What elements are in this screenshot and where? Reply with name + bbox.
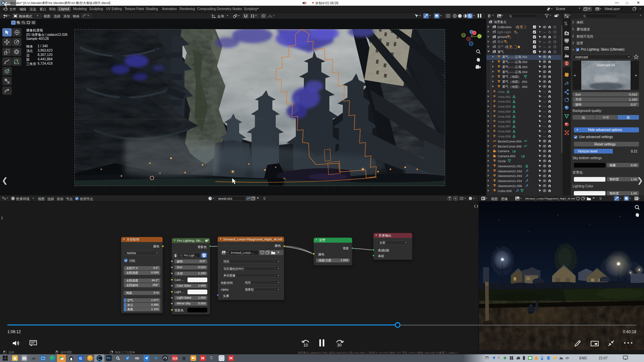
svg-text:BezierCurve.004: BezierCurve.004 xyxy=(498,139,522,143)
svg-text:Circle: Circle xyxy=(498,159,506,163)
svg-text:classroom21.032: classroom21.032 xyxy=(498,169,522,173)
svg-text:Area.006: Area.006 xyxy=(498,120,511,123)
svg-text:8: 8 xyxy=(506,42,508,44)
svg-text:ground: ground xyxy=(497,35,507,39)
svg-text:classroom21.034: classroom21.034 xyxy=(498,179,522,183)
svg-text:9,172: 9,172 xyxy=(518,27,523,29)
svg-text:雾气——云海.002: 雾气——云海.002 xyxy=(502,60,528,64)
svg-text:雾气（地面）.002: 雾气（地面）.002 xyxy=(502,85,528,88)
svg-text:Area.009: Area.009 xyxy=(498,134,511,138)
svg-text:classroom21.035: classroom21.035 xyxy=(498,184,522,188)
svg-text:3 143: 3 143 xyxy=(507,47,513,49)
svg-text:雾气——云海.001: 雾气——云海.001 xyxy=(502,55,528,59)
svg-text:Collection: Collection xyxy=(497,25,512,29)
svg-text:雾气——云海.004: 雾气——云海.004 xyxy=(502,70,528,74)
svg-text:Cube.009: Cube.009 xyxy=(498,189,512,193)
svg-text:10: 10 xyxy=(304,343,308,348)
svg-text:Area.003: Area.003 xyxy=(498,105,511,108)
svg-text:Camera.003: Camera.003 xyxy=(498,154,515,158)
svg-text:雾气: 雾气 xyxy=(497,50,504,54)
svg-text:Area.004: Area.004 xyxy=(498,110,511,113)
svg-text:雾气（地面）: 雾气（地面） xyxy=(502,75,521,78)
svg-text:Camera: Camera xyxy=(498,149,509,153)
svg-text:Area.005: Area.005 xyxy=(498,115,511,118)
svg-text:云: 云 xyxy=(136,358,137,360)
svg-text:Area.008: Area.008 xyxy=(498,129,511,133)
svg-text:雾气——云海.003: 雾气——云海.003 xyxy=(502,65,528,69)
svg-text:场景集合: 场景集合 xyxy=(494,20,507,24)
svg-text:Area.002: Area.002 xyxy=(498,100,511,103)
svg-text:雾气（地面）.001: 雾气（地面）.001 xyxy=(502,80,528,83)
svg-text:Area.001: Area.001 xyxy=(498,95,511,99)
svg-text:36: 36 xyxy=(516,32,518,34)
svg-text:BezierCurve.005: BezierCurve.005 xyxy=(498,144,522,148)
svg-text:classroom21.031: classroom21.031 xyxy=(498,164,522,168)
svg-text:Y: Y xyxy=(479,35,480,38)
svg-text:Area.007: Area.007 xyxy=(498,124,511,128)
svg-text:X: X xyxy=(473,32,475,35)
svg-text:classroom21.033: classroom21.033 xyxy=(498,174,522,178)
svg-text:雨水: 雨水 xyxy=(497,40,504,44)
svg-text:30: 30 xyxy=(337,343,342,348)
svg-text:Area: Area xyxy=(498,90,505,94)
svg-text:light night: light night xyxy=(497,30,511,34)
svg-text:9: 9 xyxy=(510,37,511,39)
svg-text:资产: 资产 xyxy=(497,45,504,49)
svg-text:Overcast 04: Overcast 04 xyxy=(597,63,615,67)
